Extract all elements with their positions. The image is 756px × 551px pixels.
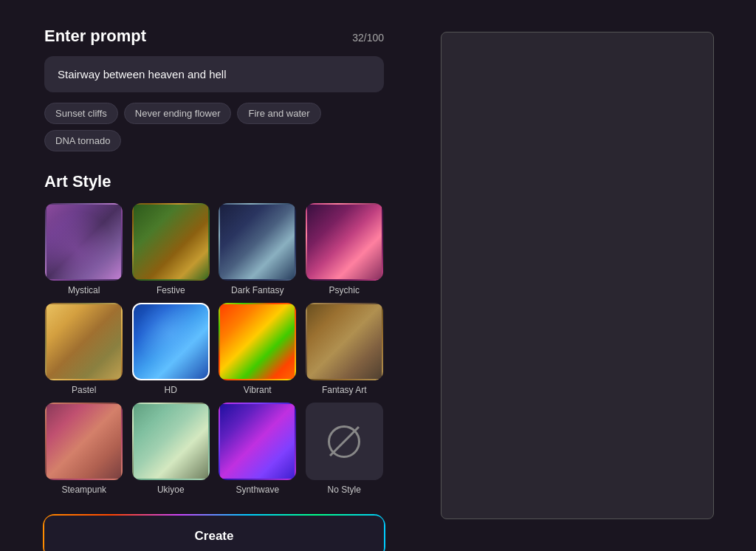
style-label-ukiyoe: Ukiyoe	[157, 485, 185, 495]
create-button[interactable]: Create	[44, 516, 384, 551]
suggestion-chips: Sunset cliffs Never ending flower Fire a…	[44, 103, 384, 151]
prompt-input[interactable]	[44, 56, 384, 92]
style-label-fantasy-art: Fantasy Art	[322, 385, 367, 395]
right-panel	[413, 0, 756, 551]
style-thumb-vibrant	[219, 303, 296, 380]
style-item-mystical[interactable]: Mystical	[44, 203, 124, 295]
style-item-steampunk[interactable]: Steampunk	[44, 403, 124, 495]
style-label-festive: Festive	[157, 285, 185, 295]
style-label-hd: HD	[165, 385, 177, 395]
styles-grid: Mystical Festive Dark Fantasy Psychic Pa…	[44, 203, 384, 495]
style-label-synthwave: Synthwave	[236, 485, 279, 495]
left-panel: Enter prompt 32/100 Sunset cliffs Never …	[0, 0, 413, 551]
style-item-festive[interactable]: Festive	[131, 203, 211, 295]
style-item-vibrant[interactable]: Vibrant	[218, 303, 298, 395]
style-thumb-fantasy-art	[306, 303, 383, 380]
suggestion-chip-2[interactable]: Fire and water	[237, 103, 320, 124]
style-thumb-no-style	[306, 403, 383, 480]
style-label-no-style: No Style	[328, 485, 361, 495]
style-item-no-style[interactable]: No Style	[305, 403, 385, 495]
style-thumb-pastel	[45, 303, 123, 380]
style-item-ukiyoe[interactable]: Ukiyoe	[131, 403, 211, 495]
style-label-dark-fantasy: Dark Fantasy	[231, 285, 284, 295]
style-thumb-festive	[132, 203, 210, 281]
style-thumb-synthwave	[219, 403, 296, 480]
style-thumb-ukiyoe	[132, 403, 210, 480]
style-thumb-psychic	[306, 203, 383, 281]
no-style-circle	[328, 425, 360, 458]
style-item-fantasy-art[interactable]: Fantasy Art	[305, 303, 385, 395]
style-thumb-mystical	[45, 203, 123, 281]
style-item-hd[interactable]: HD	[131, 303, 211, 395]
suggestion-chip-1[interactable]: Never ending flower	[124, 103, 232, 124]
style-label-steampunk: Steampunk	[61, 485, 106, 495]
style-label-pastel: Pastel	[72, 385, 96, 395]
suggestion-chip-0[interactable]: Sunset cliffs	[44, 103, 118, 124]
art-style-title: Art Style	[44, 172, 384, 191]
preview-box	[441, 32, 714, 519]
style-item-dark-fantasy[interactable]: Dark Fantasy	[218, 203, 298, 295]
style-label-vibrant: Vibrant	[244, 385, 272, 395]
prompt-label: Enter prompt	[44, 27, 146, 46]
prompt-section-header: Enter prompt 32/100	[44, 27, 384, 46]
style-thumb-hd	[132, 303, 210, 380]
style-item-pastel[interactable]: Pastel	[44, 303, 124, 395]
no-style-icon	[307, 404, 382, 479]
style-thumb-steampunk	[45, 403, 123, 480]
style-label-mystical: Mystical	[68, 285, 100, 295]
style-label-psychic: Psychic	[329, 285, 360, 295]
suggestion-chip-3[interactable]: DNA tornado	[44, 130, 121, 151]
style-thumb-dark-fantasy	[219, 203, 296, 281]
create-button-wrapper: Create	[44, 516, 384, 551]
style-item-synthwave[interactable]: Synthwave	[218, 403, 298, 495]
char-count: 32/100	[352, 32, 384, 44]
style-item-psychic[interactable]: Psychic	[305, 203, 385, 295]
